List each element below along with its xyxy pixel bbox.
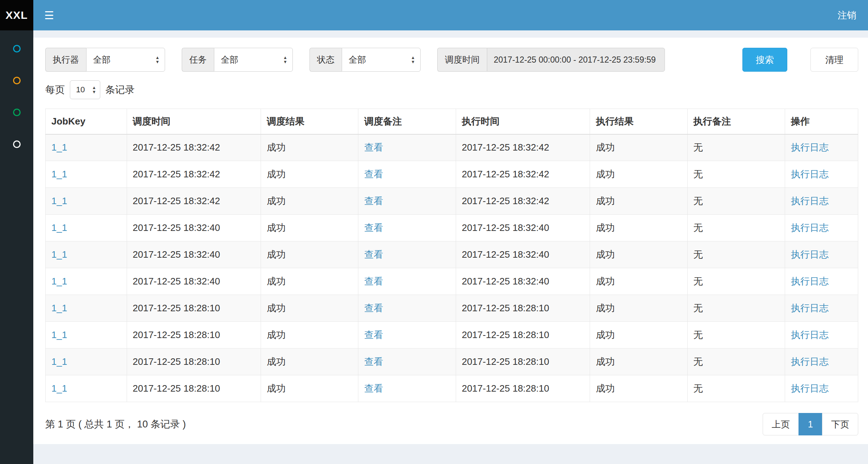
status-filter-label: 状态 [309, 48, 342, 72]
executor-filter-group: 执行器 全部 [45, 48, 165, 72]
jobkey-cell: 1_1 [46, 268, 127, 295]
exec-log-link[interactable]: 执行日志 [791, 169, 829, 180]
handle-result-cell: 成功 [590, 134, 687, 161]
schedule-time-input[interactable] [487, 48, 665, 72]
jobkey-cell: 1_1 [46, 215, 127, 241]
handle-msg-cell: 无 [687, 349, 785, 375]
handle-msg-cell: 无 [687, 268, 785, 295]
handle-time-cell: 2017-12-25 18:28:10 [456, 322, 590, 349]
trigger-msg-link[interactable]: 查看 [364, 356, 383, 367]
exec-log-link[interactable]: 执行日志 [791, 195, 829, 206]
jobkey-link[interactable]: 1_1 [51, 169, 67, 180]
column-header-5: 执行时间 [456, 109, 590, 134]
trigger-msg-link[interactable]: 查看 [364, 383, 383, 394]
pagination: 上页 1 下页 [763, 413, 858, 435]
trigger-msg-cell: 查看 [358, 349, 456, 375]
exec-log-link[interactable]: 执行日志 [791, 249, 829, 260]
exec-log-link[interactable]: 执行日志 [791, 356, 829, 367]
hamburger-icon [45, 9, 54, 22]
action-cell: 执行日志 [785, 241, 858, 268]
jobkey-link[interactable]: 1_1 [51, 329, 67, 340]
job-select[interactable]: 全部 [214, 48, 293, 72]
logout-link[interactable]: 注销 [826, 0, 868, 30]
search-button[interactable]: 搜索 [742, 48, 787, 72]
trigger-msg-link[interactable]: 查看 [364, 329, 383, 340]
exec-log-link[interactable]: 执行日志 [791, 222, 829, 233]
handle-result-cell: 成功 [590, 268, 687, 295]
exec-log-link[interactable]: 执行日志 [791, 142, 829, 153]
circle-outline-icon [13, 77, 21, 84]
handle-result-cell: 成功 [590, 188, 687, 215]
job-filter-group: 任务 全部 [182, 48, 293, 72]
trigger-msg-link[interactable]: 查看 [364, 249, 383, 260]
jobkey-link[interactable]: 1_1 [51, 383, 67, 394]
log-box: 执行器 全部 任务 全部 状态 全部 [33, 38, 868, 444]
clear-button[interactable]: 清理 [810, 48, 858, 72]
exec-log-link[interactable]: 执行日志 [791, 303, 829, 313]
exec-log-link[interactable]: 执行日志 [791, 329, 829, 340]
trigger-result-cell: 成功 [261, 268, 358, 295]
sidebar-item-3[interactable] [0, 96, 33, 128]
trigger-time-cell: 2017-12-25 18:32:42 [127, 134, 261, 161]
table-row: 1_1 2017-12-25 18:28:10 成功 查看 2017-12-25… [46, 295, 858, 322]
content-area: 调度日志 任务调度中心 执行器 全部 任务 全部 状态 [33, 0, 868, 444]
jobkey-link[interactable]: 1_1 [51, 142, 67, 153]
jobkey-link[interactable]: 1_1 [51, 249, 67, 260]
trigger-time-cell: 2017-12-25 18:32:42 [127, 161, 261, 188]
table-row: 1_1 2017-12-25 18:28:10 成功 查看 2017-12-25… [46, 322, 858, 349]
sidebar [0, 30, 33, 464]
select-arrows-icon [411, 55, 415, 64]
page-size-select[interactable]: 10 [70, 80, 100, 99]
executor-select[interactable]: 全部 [86, 48, 165, 72]
trigger-result-cell: 成功 [261, 161, 358, 188]
status-select[interactable]: 全部 [342, 48, 421, 72]
prev-page-button[interactable]: 上页 [763, 413, 799, 435]
app-logo[interactable]: XXL [0, 0, 33, 30]
exec-log-link[interactable]: 执行日志 [791, 276, 829, 287]
trigger-msg-link[interactable]: 查看 [364, 222, 383, 233]
jobkey-link[interactable]: 1_1 [51, 222, 67, 233]
trigger-result-cell: 成功 [261, 215, 358, 241]
handle-msg-cell: 无 [687, 188, 785, 215]
action-cell: 执行日志 [785, 375, 858, 402]
app-logo-text: XXL [5, 9, 28, 21]
trigger-msg-link[interactable]: 查看 [364, 303, 383, 313]
table-row: 1_1 2017-12-25 18:32:40 成功 查看 2017-12-25… [46, 268, 858, 295]
handle-msg-cell: 无 [687, 241, 785, 268]
trigger-result-cell: 成功 [261, 188, 358, 215]
trigger-time-cell: 2017-12-25 18:28:10 [127, 349, 261, 375]
jobkey-link[interactable]: 1_1 [51, 303, 67, 313]
handle-result-cell: 成功 [590, 295, 687, 322]
jobkey-cell: 1_1 [46, 188, 127, 215]
status-filter-group: 状态 全部 [309, 48, 421, 72]
current-page-button[interactable]: 1 [799, 413, 822, 435]
sidebar-item-2[interactable] [0, 64, 33, 96]
handle-time-cell: 2017-12-25 18:28:10 [456, 349, 590, 375]
sidebar-toggle-button[interactable] [33, 0, 65, 30]
trigger-time-cell: 2017-12-25 18:28:10 [127, 295, 261, 322]
action-cell: 执行日志 [785, 295, 858, 322]
trigger-msg-link[interactable]: 查看 [364, 169, 383, 180]
trigger-msg-cell: 查看 [358, 268, 456, 295]
trigger-time-cell: 2017-12-25 18:32:42 [127, 188, 261, 215]
column-header-4: 调度备注 [358, 109, 456, 134]
table-row: 1_1 2017-12-25 18:28:10 成功 查看 2017-12-25… [46, 375, 858, 402]
next-page-button[interactable]: 下页 [822, 413, 858, 435]
sidebar-item-1[interactable] [0, 33, 33, 64]
trigger-time-cell: 2017-12-25 18:28:10 [127, 375, 261, 402]
jobkey-link[interactable]: 1_1 [51, 195, 67, 206]
handle-result-cell: 成功 [590, 241, 687, 268]
trigger-msg-link[interactable]: 查看 [364, 276, 383, 287]
trigger-msg-link[interactable]: 查看 [364, 142, 383, 153]
jobkey-link[interactable]: 1_1 [51, 356, 67, 367]
trigger-msg-cell: 查看 [358, 215, 456, 241]
select-arrows-icon [92, 85, 96, 94]
sidebar-item-4[interactable] [0, 128, 33, 160]
exec-log-link[interactable]: 执行日志 [791, 383, 829, 394]
status-select-value: 全部 [349, 54, 366, 66]
trigger-msg-link[interactable]: 查看 [364, 195, 383, 206]
handle-result-cell: 成功 [590, 161, 687, 188]
trigger-result-cell: 成功 [261, 295, 358, 322]
handle-time-cell: 2017-12-25 18:32:42 [456, 134, 590, 161]
jobkey-link[interactable]: 1_1 [51, 276, 67, 287]
